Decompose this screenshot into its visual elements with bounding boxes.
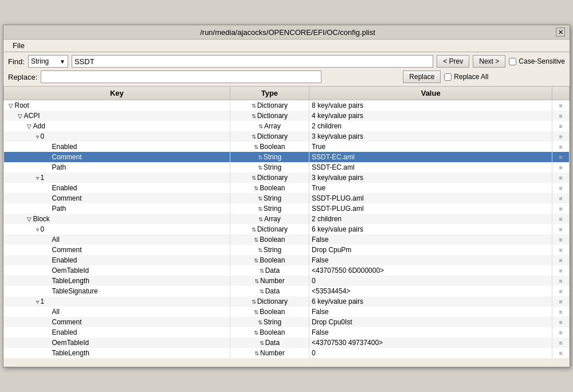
table-row[interactable]: Comment⇅StringSSDT-EC.aml≡	[4, 152, 570, 162]
case-sensitive-label[interactable]: Case-Sensitive	[509, 57, 565, 65]
close-button[interactable]: ✕	[556, 28, 565, 37]
type-cell-text: String	[264, 194, 281, 202]
key-cell-text: Enabled	[52, 328, 77, 336]
table-row[interactable]: Enabled⇅BooleanFalse≡	[4, 255, 570, 265]
expand-icon[interactable]: ▽	[9, 103, 13, 109]
type-icon: ⇅	[254, 237, 258, 243]
value-cell-text: SSDT-EC.aml	[309, 152, 552, 162]
row-menu-icon[interactable]: ≡	[552, 348, 570, 358]
type-icon: ⇅	[254, 144, 258, 150]
table-row[interactable]: Path⇅StringSSDT-EC.aml≡	[4, 162, 570, 173]
value-cell-text: SSDT-PLUG.aml	[309, 203, 552, 214]
replace-input[interactable]	[41, 70, 321, 83]
table-row[interactable]: TableLength⇅Number0≡	[4, 348, 570, 358]
row-menu-icon[interactable]: ≡	[552, 111, 570, 121]
row-menu-icon[interactable]: ≡	[552, 317, 570, 327]
row-menu-icon[interactable]: ≡	[552, 286, 570, 296]
key-cell-text: OemTableId	[52, 266, 89, 275]
expand-icon[interactable]: ▿	[36, 299, 39, 305]
row-menu-icon[interactable]: ≡	[552, 296, 570, 307]
type-icon: ⇅	[252, 175, 256, 181]
row-menu-icon[interactable]: ≡	[552, 121, 570, 131]
expand-icon[interactable]: ▿	[36, 134, 39, 140]
type-cell-text: String	[264, 163, 281, 171]
find-input[interactable]	[72, 55, 433, 68]
expand-icon[interactable]: ▽	[27, 216, 32, 222]
table-row[interactable]: Enabled⇅BooleanTrue≡	[4, 142, 570, 152]
table-row[interactable]: ▽Block⇅Array2 children≡	[4, 214, 570, 224]
next-button[interactable]: Next >	[473, 55, 505, 68]
row-menu-icon[interactable]: ≡	[552, 224, 570, 234]
case-sensitive-text: Case-Sensitive	[519, 57, 565, 65]
type-cell-text: Boolean	[260, 308, 285, 316]
type-icon: ⇅	[252, 134, 256, 140]
row-menu-icon[interactable]: ≡	[552, 255, 570, 265]
table-row[interactable]: Comment⇅StringDrop Cpu0Ist≡	[4, 317, 570, 327]
row-menu-icon[interactable]: ≡	[552, 214, 570, 224]
header-type[interactable]: Type	[230, 87, 309, 100]
type-icon: ⇅	[258, 123, 263, 130]
row-menu-icon[interactable]: ≡	[552, 307, 570, 317]
table-row[interactable]: OemTableId⇅Data<43707530 49737400>≡	[4, 338, 570, 348]
key-cell-text: All	[52, 308, 60, 316]
table-row[interactable]: ▿0⇅Dictionary6 key/value pairs≡	[4, 224, 570, 234]
expand-icon[interactable]: ▿	[36, 226, 39, 233]
value-cell-text: 4 key/value pairs	[309, 111, 552, 121]
row-menu-icon[interactable]: ≡	[552, 338, 570, 348]
replace-button[interactable]: Replace	[403, 70, 441, 83]
key-cell-text: All	[52, 236, 60, 244]
replace-all-text: Replace All	[454, 73, 488, 81]
case-sensitive-checkbox[interactable]	[509, 58, 516, 65]
prev-button[interactable]: < Prev	[437, 55, 469, 68]
type-icon: ⇅	[254, 278, 259, 284]
type-cell-text: Array	[264, 215, 281, 223]
header-value[interactable]: Value	[309, 87, 552, 100]
table-row[interactable]: ▿1⇅Dictionary3 key/value pairs≡	[4, 173, 570, 183]
row-menu-icon[interactable]: ≡	[552, 193, 570, 203]
row-menu-icon[interactable]: ≡	[552, 142, 570, 152]
replace-all-checkbox[interactable]	[444, 73, 452, 81]
menu-item-file[interactable]: File	[8, 40, 29, 51]
value-cell-text: 6 key/value pairs	[309, 296, 552, 307]
table-row[interactable]: ▽Add⇅Array2 children≡	[4, 121, 570, 131]
table-row[interactable]: Path⇅StringSSDT-PLUG.aml≡	[4, 203, 570, 214]
row-menu-icon[interactable]: ≡	[552, 100, 570, 111]
row-menu-icon[interactable]: ≡	[552, 152, 570, 162]
table-row[interactable]: TableLength⇅Number0≡	[4, 276, 570, 286]
row-menu-icon[interactable]: ≡	[552, 234, 570, 245]
table-row[interactable]: ▽ACPI⇅Dictionary4 key/value pairs≡	[4, 111, 570, 121]
type-cell-text: Boolean	[260, 328, 285, 336]
table-row[interactable]: ▽Root⇅Dictionary8 key/value pairs≡	[4, 100, 570, 111]
expand-icon[interactable]: ▽	[27, 123, 32, 130]
row-menu-icon[interactable]: ≡	[552, 245, 570, 255]
table-row[interactable]: All⇅BooleanFalse≡	[4, 234, 570, 245]
find-type-dropdown[interactable]: String ▼	[28, 55, 68, 68]
expand-icon[interactable]: ▿	[36, 175, 39, 181]
table-row[interactable]: ▿0⇅Dictionary3 key/value pairs≡	[4, 131, 570, 142]
table-row[interactable]: TableSignature⇅Data<53534454>≡	[4, 286, 570, 296]
table-row[interactable]: ▿1⇅Dictionary6 key/value pairs≡	[4, 296, 570, 307]
replace-all-label[interactable]: Replace All	[444, 73, 488, 81]
table-row[interactable]: Comment⇅StringDrop CpuPm≡	[4, 245, 570, 255]
type-cell-text: Data	[265, 287, 280, 295]
find-row: Find: String ▼ < Prev Next > Case-Sensit…	[8, 55, 565, 68]
table-row[interactable]: Enabled⇅BooleanFalse≡	[4, 327, 570, 338]
key-cell-text: Enabled	[52, 143, 77, 151]
row-menu-icon[interactable]: ≡	[552, 327, 570, 338]
table-row[interactable]: Comment⇅StringSSDT-PLUG.aml≡	[4, 193, 570, 203]
row-menu-icon[interactable]: ≡	[552, 162, 570, 173]
table-row[interactable]: All⇅BooleanFalse≡	[4, 307, 570, 317]
row-menu-icon[interactable]: ≡	[552, 203, 570, 214]
key-cell-text: TableLength	[52, 349, 89, 357]
row-menu-icon[interactable]: ≡	[552, 265, 570, 276]
row-menu-icon[interactable]: ≡	[552, 276, 570, 286]
header-key[interactable]: Key	[4, 87, 230, 100]
type-cell-text: Dictionary	[257, 101, 288, 109]
row-menu-icon[interactable]: ≡	[552, 131, 570, 142]
row-menu-icon[interactable]: ≡	[552, 173, 570, 183]
row-menu-icon[interactable]: ≡	[552, 183, 570, 193]
table-row[interactable]: Enabled⇅BooleanTrue≡	[4, 183, 570, 193]
expand-icon[interactable]: ▽	[18, 113, 22, 119]
table-row[interactable]: OemTableId⇅Data<43707550 6D000000>≡	[4, 265, 570, 276]
value-cell-text: 2 children	[309, 121, 552, 131]
